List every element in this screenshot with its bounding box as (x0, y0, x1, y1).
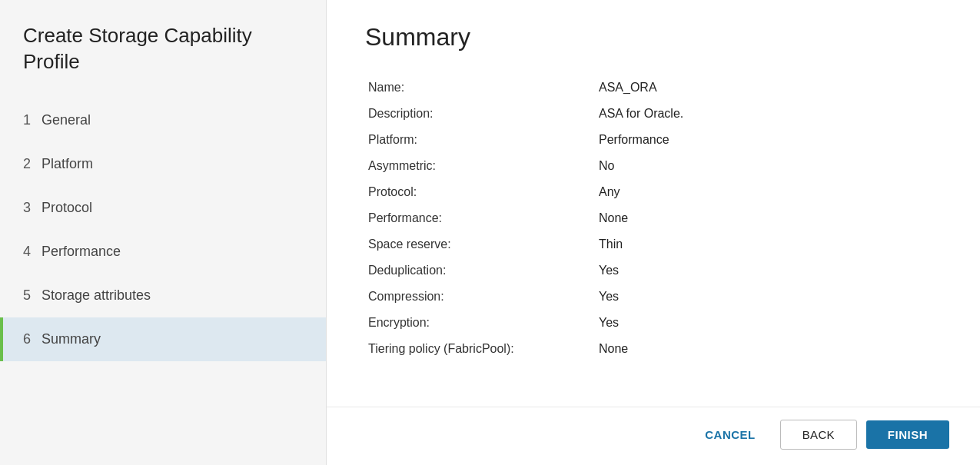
step-number: 2 (23, 156, 31, 172)
field-label: Tiering policy (FabricPool): (365, 336, 596, 362)
back-button[interactable]: BACK (780, 420, 857, 450)
step-number: 4 (23, 244, 31, 260)
step-label: Performance (42, 244, 121, 260)
field-value: Performance (596, 127, 942, 153)
step-label: Storage attributes (42, 287, 151, 304)
sidebar-step-performance[interactable]: 4Performance (0, 230, 326, 274)
step-number: 3 (23, 200, 31, 216)
field-label: Protocol: (365, 179, 596, 205)
field-label: Encryption: (365, 310, 596, 336)
table-row: Space reserve:Thin (365, 231, 942, 257)
sidebar-step-platform[interactable]: 2Platform (0, 142, 326, 186)
table-row: Platform:Performance (365, 127, 942, 153)
table-row: Compression:Yes (365, 284, 942, 310)
table-row: Encryption:Yes (365, 310, 942, 336)
field-value: ASA for Oracle. (596, 101, 942, 127)
sidebar-title: Create Storage Capability Profile (0, 23, 326, 98)
sidebar-step-summary[interactable]: 6Summary (0, 317, 326, 361)
step-number: 5 (23, 287, 31, 304)
field-value: Yes (596, 284, 942, 310)
table-row: Performance:None (365, 205, 942, 231)
sidebar-steps: 1General2Platform3Protocol4Performance5S… (0, 98, 326, 465)
table-row: Deduplication:Yes (365, 257, 942, 284)
step-label: Platform (42, 156, 93, 172)
summary-table: Name:ASA_ORADescription:ASA for Oracle.P… (365, 75, 942, 362)
field-label: Space reserve: (365, 231, 596, 257)
field-value: None (596, 336, 942, 362)
field-value: Yes (596, 310, 942, 336)
field-value: None (596, 205, 942, 231)
table-row: Description:ASA for Oracle. (365, 101, 942, 127)
table-row: Tiering policy (FabricPool):None (365, 336, 942, 362)
cancel-button[interactable]: CANCEL (689, 420, 771, 449)
footer: CANCEL BACK FINISH (327, 407, 980, 465)
field-value: Yes (596, 257, 942, 284)
field-value: Thin (596, 231, 942, 257)
step-label: General (42, 112, 91, 128)
field-label: Deduplication: (365, 257, 596, 284)
field-label: Compression: (365, 284, 596, 310)
field-label: Description: (365, 101, 596, 127)
sidebar-step-general[interactable]: 1General (0, 98, 326, 142)
field-label: Platform: (365, 127, 596, 153)
field-value: Any (596, 179, 942, 205)
table-row: Name:ASA_ORA (365, 75, 942, 101)
field-value: No (596, 153, 942, 179)
step-number: 1 (23, 112, 31, 128)
field-value: ASA_ORA (596, 75, 942, 101)
field-label: Asymmetric: (365, 153, 596, 179)
main-content: Summary Name:ASA_ORADescription:ASA for … (327, 0, 980, 465)
table-row: Asymmetric:No (365, 153, 942, 179)
main-scroll: Summary Name:ASA_ORADescription:ASA for … (327, 0, 980, 407)
table-row: Protocol:Any (365, 179, 942, 205)
sidebar: Create Storage Capability Profile 1Gener… (0, 0, 327, 465)
step-label: Summary (42, 331, 101, 347)
finish-button[interactable]: FINISH (866, 420, 949, 449)
sidebar-step-storage-attributes[interactable]: 5Storage attributes (0, 274, 326, 317)
field-label: Performance: (365, 205, 596, 231)
step-label: Protocol (42, 200, 92, 216)
step-number: 6 (23, 331, 31, 347)
sidebar-step-protocol[interactable]: 3Protocol (0, 186, 326, 230)
summary-title: Summary (365, 23, 942, 51)
field-label: Name: (365, 75, 596, 101)
